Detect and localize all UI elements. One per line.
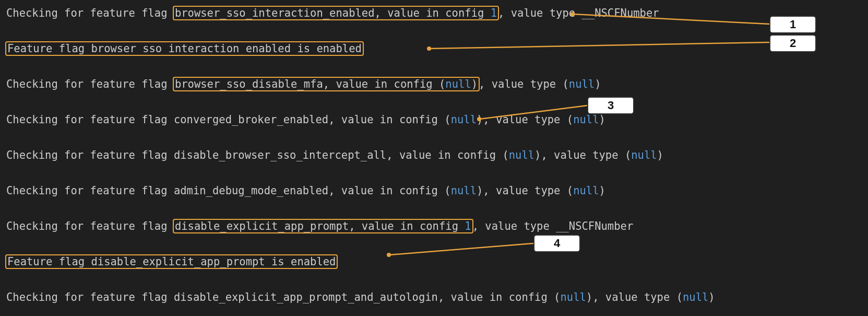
text: Checking for feature flag: [6, 184, 174, 197]
highlight-box-1a: browser_sso_interaction_enabled, value i…: [173, 6, 499, 20]
log-line: Checking for feature flag converged_brok…: [6, 111, 862, 128]
text: , value in config: [375, 7, 491, 19]
null-literal: null: [451, 184, 477, 197]
text: , value type: [483, 113, 566, 126]
log-line: Feature flag browser sso interaction ena…: [6, 40, 862, 57]
flag-name: admin_debug_mode_enabled: [174, 184, 328, 197]
text: , value in config: [386, 149, 502, 161]
text: , value type: [479, 78, 562, 90]
null-literal: null: [451, 113, 477, 126]
text: Checking for feature flag: [6, 78, 174, 90]
null-literal: null: [573, 113, 599, 126]
text: Checking for feature flag: [6, 113, 174, 126]
flag-name: converged_broker_enabled: [174, 113, 328, 126]
text: , value in config: [328, 184, 444, 197]
text: , value in config: [438, 291, 554, 303]
null-literal: null: [569, 78, 594, 90]
flag-name: disable_explicit_app_prompt: [175, 220, 349, 232]
text: Checking for feature flag: [6, 291, 174, 303]
null-literal: null: [631, 149, 657, 161]
log-line: Checking for feature flag disable_browse…: [6, 146, 862, 164]
log-line: Checking for feature flag disable_explic…: [6, 288, 862, 306]
highlight-box-3b: Feature flag disable_explicit_app_prompt…: [5, 254, 338, 269]
log-line: Checking for feature flag browser_sso_di…: [6, 75, 862, 93]
flag-name: browser_sso_disable_mfa: [175, 78, 323, 90]
text: Checking for feature flag: [6, 7, 174, 19]
text: , value in config: [323, 78, 439, 90]
text: Checking for feature flag: [6, 220, 174, 232]
text: , value type: [498, 7, 581, 19]
config-value: 1: [465, 220, 471, 232]
value-type: __NSCFNumber: [581, 7, 659, 19]
null-literal: null: [445, 78, 471, 90]
value-type: __NSCFNumber: [556, 220, 633, 232]
log-line: Feature flag disable_explicit_app_prompt…: [6, 253, 862, 271]
log-output: Checking for feature flag browser_sso_in…: [0, 0, 868, 316]
log-line: Checking for feature flag admin_debug_mo…: [6, 182, 862, 200]
config-value: 1: [491, 7, 497, 19]
text: , value type: [541, 149, 624, 161]
log-line: Checking for feature flag disable_explic…: [6, 217, 862, 235]
highlight-box-3a: disable_explicit_app_prompt, value in co…: [173, 219, 473, 233]
text: , value type: [592, 291, 676, 303]
highlight-box-2: browser_sso_disable_mfa, value in config…: [173, 77, 480, 91]
flag-name: disable_explicit_app_prompt_and_autologi…: [174, 291, 438, 303]
text: , value type: [472, 220, 556, 232]
log-line: Checking for feature flag browser_sso_in…: [6, 4, 862, 22]
text: , value type: [483, 184, 566, 197]
null-literal: null: [509, 149, 534, 161]
highlight-box-1b: Feature flag browser sso interaction ena…: [5, 41, 364, 56]
text: , value in config: [349, 220, 465, 232]
text: , value in config: [328, 113, 444, 126]
null-literal: null: [560, 291, 586, 303]
flag-name: disable_browser_sso_intercept_all: [174, 149, 386, 161]
null-literal: null: [573, 184, 599, 197]
text: Checking for feature flag: [6, 149, 174, 161]
null-literal: null: [683, 291, 708, 303]
flag-name: browser_sso_interaction_enabled: [175, 7, 375, 19]
